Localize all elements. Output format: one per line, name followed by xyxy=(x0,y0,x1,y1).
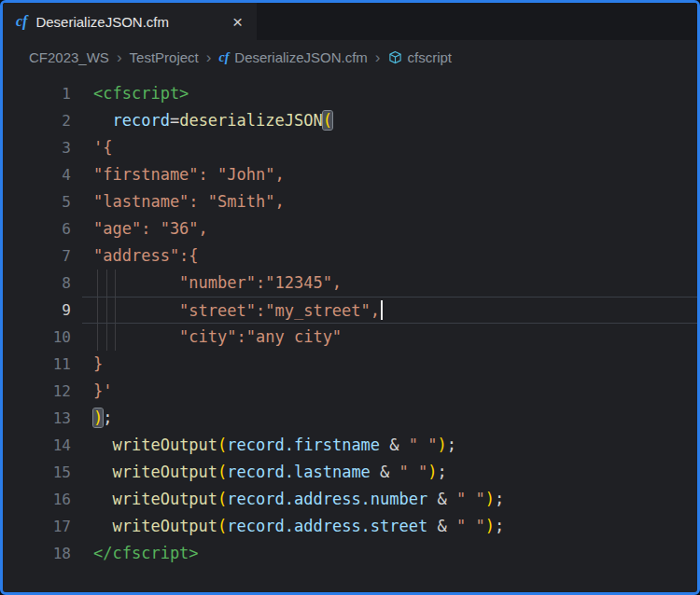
code-text[interactable]: "address":{ xyxy=(71,242,697,270)
code-line[interactable]: 7"address":{ xyxy=(3,242,697,270)
code-text[interactable]: ); xyxy=(71,405,697,432)
code-text[interactable]: writeOutput(record.firstname & " "); xyxy=(71,432,697,459)
indent-guide xyxy=(97,324,98,351)
indent-guide xyxy=(106,270,107,297)
code-text[interactable]: }' xyxy=(71,378,697,405)
line-number[interactable]: 10 xyxy=(3,324,71,351)
code-text[interactable]: '{ xyxy=(71,134,697,161)
code-text[interactable]: "number":"12345", xyxy=(71,270,697,297)
code-text[interactable]: "age": "36", xyxy=(71,215,697,242)
close-tab-icon[interactable]: × xyxy=(230,12,245,32)
token xyxy=(93,111,112,130)
token: ) xyxy=(93,408,103,427)
token: "firstname": "John", xyxy=(93,165,285,184)
indent-guide xyxy=(115,270,116,297)
code-line[interactable]: 15 writeOutput(record.lastname & " "); xyxy=(3,459,697,486)
code-line[interactable]: 8 "number":"12345", xyxy=(3,270,697,297)
breadcrumb-item-cfscript[interactable]: cfscript xyxy=(388,49,453,65)
token: ; xyxy=(103,408,112,427)
token: & xyxy=(427,490,456,508)
editor-window: cf DeserializeJSON.cfm × CF2023_WS › Tes… xyxy=(0,0,700,595)
token: ( xyxy=(217,517,227,535)
code-text[interactable]: </cfscript> xyxy=(71,540,697,567)
code-text[interactable]: "street":"my_street", xyxy=(71,297,697,324)
line-number[interactable]: 16 xyxy=(3,486,71,513)
breadcrumb-label: CF2023_WS xyxy=(29,49,109,65)
line-number[interactable]: 17 xyxy=(3,513,71,540)
token xyxy=(93,463,112,481)
code-text[interactable]: "city":"any city" xyxy=(71,324,697,351)
code-text[interactable]: writeOutput(record.address.number & " ")… xyxy=(71,486,697,513)
line-number[interactable]: 9 xyxy=(3,297,71,324)
token: ( xyxy=(217,463,227,481)
token: record.address.street xyxy=(227,517,427,535)
line-number[interactable]: 13 xyxy=(3,405,71,432)
code-line[interactable]: 6"age": "36", xyxy=(3,215,697,242)
line-number[interactable]: 1 xyxy=(3,80,71,107)
line-number[interactable]: 15 xyxy=(3,459,71,486)
code-line[interactable]: 18</cfscript> xyxy=(3,540,697,567)
token: " " xyxy=(399,463,428,481)
token: deserializeJSON xyxy=(179,111,323,130)
code-line[interactable]: 1<cfscript> xyxy=(3,80,697,107)
token: record xyxy=(112,111,169,130)
code-text[interactable]: } xyxy=(71,351,697,378)
code-line[interactable]: 4"firstname": "John", xyxy=(3,161,697,188)
code-text[interactable]: writeOutput(record.address.street & " ")… xyxy=(71,513,697,540)
code-line[interactable]: 13); xyxy=(3,405,697,432)
code-line[interactable]: 3'{ xyxy=(3,134,697,161)
line-number[interactable]: 3 xyxy=(3,134,71,161)
code-line[interactable]: 14 writeOutput(record.firstname & " "); xyxy=(3,432,697,459)
breadcrumb-item-file[interactable]: cf DeserializeJSON.cfm xyxy=(218,49,367,65)
token: ; xyxy=(495,517,504,535)
indent-guide xyxy=(115,297,116,324)
breadcrumb-item-project[interactable]: TestProject xyxy=(130,49,199,65)
code-line[interactable]: 10 "city":"any city" xyxy=(3,324,697,351)
code-text[interactable]: "lastname": "Smith", xyxy=(71,188,697,215)
line-number[interactable]: 11 xyxy=(3,351,71,378)
code-line[interactable]: 9 "street":"my_street", xyxy=(3,297,697,324)
token: <cfscript> xyxy=(93,84,189,103)
line-number[interactable]: 8 xyxy=(3,270,71,297)
line-number[interactable]: 6 xyxy=(3,215,71,242)
code-line[interactable]: 17 writeOutput(record.address.street & "… xyxy=(3,513,697,540)
code-text[interactable]: <cfscript> xyxy=(71,80,697,107)
line-number[interactable]: 14 xyxy=(3,432,71,459)
token: writeOutput xyxy=(112,490,217,508)
indent-guide xyxy=(106,297,107,324)
token: ) xyxy=(427,463,437,481)
token: writeOutput xyxy=(112,517,217,535)
code-editor[interactable]: 1<cfscript>2 record=deserializeJSON(3'{4… xyxy=(3,75,697,592)
token: ( xyxy=(323,111,332,130)
indent-guide xyxy=(115,324,116,351)
indent-guide xyxy=(106,324,107,351)
line-number[interactable]: 18 xyxy=(3,540,71,567)
token: record.lastname xyxy=(227,463,371,481)
token: "address":{ xyxy=(93,246,199,265)
code-text[interactable]: "firstname": "John", xyxy=(71,161,697,188)
token: </cfscript> xyxy=(93,544,199,562)
line-number[interactable]: 2 xyxy=(3,107,71,134)
code-text[interactable]: writeOutput(record.lastname & " "); xyxy=(71,459,697,486)
token: & xyxy=(380,436,409,454)
code-line[interactable]: 2 record=deserializeJSON( xyxy=(3,107,697,134)
breadcrumb-item-workspace[interactable]: CF2023_WS xyxy=(29,49,109,65)
token: & xyxy=(371,463,399,481)
code-line[interactable]: 12}' xyxy=(3,378,697,405)
line-number[interactable]: 4 xyxy=(3,161,71,188)
indent-guide xyxy=(97,297,98,324)
line-number[interactable]: 7 xyxy=(3,242,71,270)
code-text[interactable]: record=deserializeJSON( xyxy=(71,107,697,134)
line-number[interactable]: 12 xyxy=(3,378,71,405)
code-line[interactable]: 16 writeOutput(record.address.number & "… xyxy=(3,486,697,513)
token: = xyxy=(170,111,179,130)
token: writeOutput xyxy=(112,436,217,454)
text-cursor xyxy=(381,300,383,320)
token: ; xyxy=(447,436,456,454)
tab-bar: cf DeserializeJSON.cfm × xyxy=(3,3,697,40)
indent-guide xyxy=(97,270,98,297)
code-line[interactable]: 5"lastname": "Smith", xyxy=(3,188,697,215)
tab-deserializejson[interactable]: cf DeserializeJSON.cfm × xyxy=(3,3,257,40)
code-line[interactable]: 11} xyxy=(3,351,697,378)
line-number[interactable]: 5 xyxy=(3,188,71,215)
